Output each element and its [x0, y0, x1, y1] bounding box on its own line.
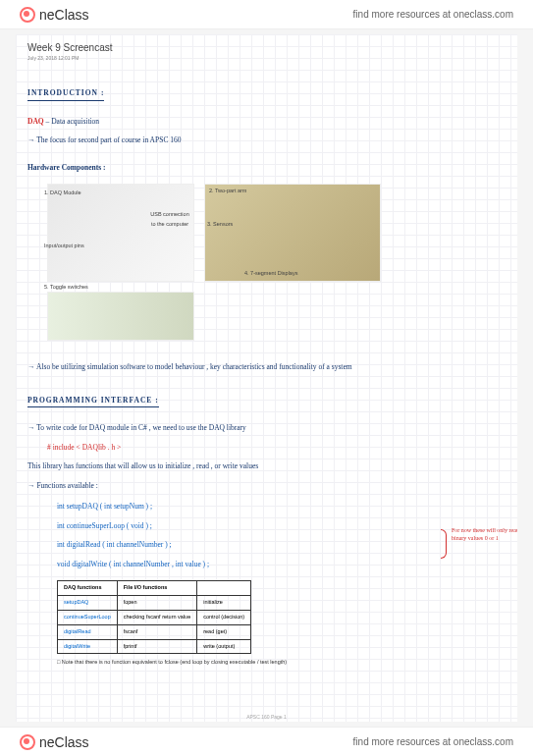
- table-row: continueSuperLoop checking fscanf return…: [58, 610, 251, 624]
- cell-digitalwrite: digitalWrite: [58, 639, 118, 654]
- diagram-switches: [47, 292, 194, 341]
- timestamp: July 23, 2018 12:01 PM: [27, 55, 506, 61]
- logo-text: neClass: [39, 7, 89, 23]
- label-7seg: 4. 7-segment Displays: [244, 269, 297, 279]
- diagram-arm: 2. Two-part arm 3. Sensors 4. 7-segment …: [204, 184, 381, 282]
- func-setupdaq: int setupDAQ ( int setupNum ) ;: [57, 500, 506, 513]
- section-programming: PROGRAMMING INTERFACE :: [27, 394, 159, 408]
- footer-bar: neClass find more resources at oneclass.…: [0, 727, 533, 756]
- table-row: digitalWrite fprintf write (output): [58, 639, 251, 654]
- page-number: APSC 160 Page 1: [246, 714, 287, 720]
- label-arm: 2. Two-part arm: [209, 187, 246, 196]
- th-blank: [197, 581, 251, 596]
- prog-line3: → Functions available :: [27, 479, 506, 493]
- daq-definition: DAQ – Data acquisition: [27, 115, 506, 129]
- th-fileio: File I/O functions: [117, 581, 196, 596]
- hardware-heading: Hardware Components :: [27, 161, 506, 175]
- th-daq: DAQ functions: [58, 581, 118, 596]
- daq-table: DAQ functions File I/O functions setupDA…: [57, 580, 251, 654]
- cell-fscanf-ret: checking fscanf return value: [117, 610, 196, 624]
- cell-superloop: continueSuperLoop: [58, 610, 118, 624]
- header-bar: neClass find more resources at oneclass.…: [0, 0, 533, 29]
- footer-logo[interactable]: neClass: [20, 734, 89, 750]
- cell-fprintf: fprintf: [117, 639, 196, 654]
- daq-term: DAQ: [27, 117, 44, 126]
- fclose-note: □ Note that there is no function equival…: [57, 658, 506, 668]
- daq-def-text: – Data acquisition: [44, 117, 99, 126]
- simulation-line: → Also be utilizing simulation software …: [27, 360, 506, 374]
- include-directive: # include < DAQlib . h >: [47, 441, 506, 455]
- page-title: Week 9 Screencast: [27, 42, 506, 53]
- func-continuesuperloop: int continueSuperLoop ( void ) ;: [57, 519, 506, 533]
- cell-fscanf: fscanf: [117, 624, 196, 639]
- section-introduction: INTRODUCTION :: [27, 86, 104, 101]
- label-daq-module: 1. DAQ Module: [44, 189, 81, 198]
- focus-line: → The focus for second part of course in…: [27, 134, 506, 147]
- notebook-page: Week 9 Screencast July 23, 2018 12:01 PM…: [16, 34, 517, 722]
- prog-line1: → To write code for DAQ module in C# , w…: [27, 421, 506, 435]
- cell-control: control (decision): [197, 610, 251, 624]
- func-digitalwrite: void digitalWrite ( int channelNumber , …: [57, 558, 506, 571]
- brand-logo[interactable]: neClass: [20, 7, 89, 23]
- table-header-row: DAQ functions File I/O functions: [58, 581, 251, 596]
- cell-setupdaq: setupDAQ: [58, 595, 118, 610]
- table-row: digitalRead fscanf read (get): [58, 624, 251, 639]
- footer-logo-icon: [20, 734, 35, 750]
- func-digitalread: int digitalRead ( int channelNumber ) ;: [57, 538, 506, 552]
- label-sensors: 3. Sensors: [207, 220, 233, 230]
- cell-read: read (get): [197, 624, 251, 639]
- cell-fopen: fopen: [117, 595, 196, 610]
- footer-tagline[interactable]: find more resources at oneclass.com: [353, 736, 513, 747]
- cell-digitalread: digitalRead: [58, 624, 118, 639]
- footer-logo-text: neClass: [39, 734, 89, 750]
- cell-write: write (output): [197, 639, 251, 654]
- label-usb: USB connection to the computer: [150, 210, 189, 230]
- logo-icon: [20, 7, 35, 23]
- cell-init: initialize: [197, 595, 251, 610]
- hardware-diagram: 1. DAQ Module Input/output pins 5. Toggl…: [47, 184, 506, 341]
- diagram-daq-module: 1. DAQ Module Input/output pins 5. Toggl…: [47, 184, 194, 282]
- function-list: int setupDAQ ( int setupNum ) ; int cont…: [27, 500, 506, 570]
- header-tagline[interactable]: find more resources at oneclass.com: [353, 9, 513, 20]
- table-row: setupDAQ fopen initialize: [58, 595, 251, 610]
- label-io-pins: Input/output pins: [44, 242, 84, 251]
- prog-line2: This library has functions that will all…: [27, 459, 506, 473]
- brace-annotation: For now these will only read or write bi…: [452, 527, 517, 543]
- brace-icon: [441, 529, 447, 559]
